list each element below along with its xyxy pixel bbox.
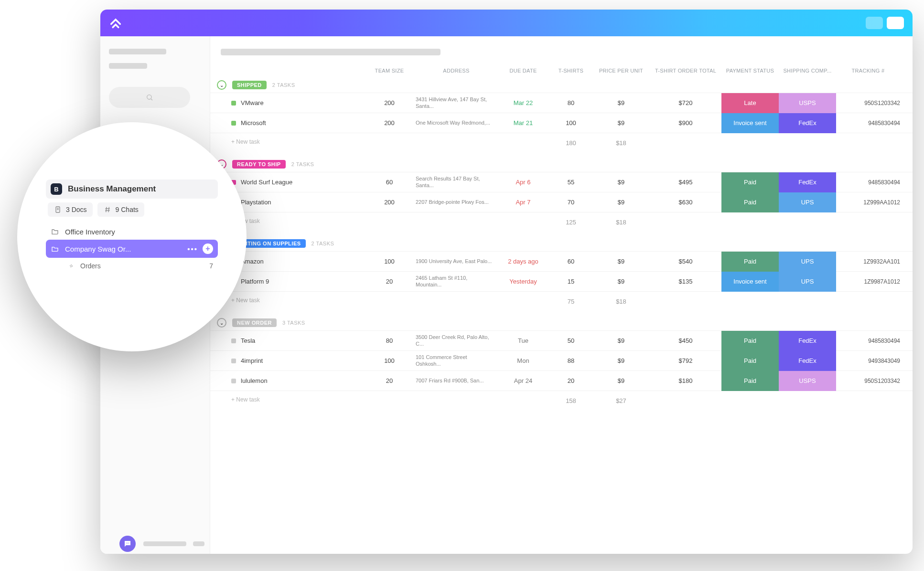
payment-status-tag[interactable]: Paid	[721, 172, 779, 192]
sidebar-item-label: Office Inventory	[65, 228, 115, 236]
footer-ppu: $27	[592, 397, 650, 404]
cell-tshirts: 50	[549, 337, 592, 344]
svg-point-3	[127, 543, 128, 544]
docs-chip[interactable]: 3 Docs	[48, 202, 93, 217]
task-row[interactable]: 4imprint 100 101 Commerce Street Oshkosh…	[210, 350, 913, 370]
task-row[interactable]: Tesla 80 3500 Deer Creek Rd, Palo Alto, …	[210, 330, 913, 350]
collapse-toggle-icon[interactable]: ⌄	[217, 80, 226, 90]
cell-team-size: 20	[363, 377, 416, 384]
add-button[interactable]: +	[203, 243, 213, 254]
col-payment-status: PAYMENT STATUS	[721, 68, 779, 74]
cell-tshirts: 20	[549, 377, 592, 384]
task-name: VMware	[241, 99, 264, 106]
task-row[interactable]: VMware 200 3431 Hillview Ave, 147 Bay St…	[210, 93, 913, 113]
payment-status-tag[interactable]: Invoice sent	[721, 113, 779, 133]
titlebar-pill-1[interactable]	[866, 17, 883, 29]
cell-address: 3431 Hillview Ave, 147 Bay St, Santa...	[416, 96, 497, 109]
collapse-toggle-icon[interactable]: ⌄	[217, 318, 226, 328]
space-badge: B	[51, 183, 62, 195]
cell-tracking: 1Z9932AA101	[836, 258, 908, 265]
sidebar-placeholder	[109, 49, 166, 54]
sidebar-search[interactable]	[109, 87, 190, 108]
shipping-company-tag[interactable]: FedEx	[779, 113, 836, 133]
cell-tracking: 950S1203342	[836, 378, 908, 384]
cell-tracking: 1Z9987A1012	[836, 278, 908, 285]
status-square-icon	[231, 359, 236, 363]
group-header[interactable]: ⌄ WAITING ON SUPPLIES 2 TASKS	[210, 236, 913, 251]
task-row[interactable]: World Surf League 60 Search Results 147 …	[210, 172, 913, 192]
group-header[interactable]: ⌄ NEW ORDER 3 TASKS	[210, 315, 913, 330]
task-row[interactable]: Platform 9 20 2465 Latham St #110, Mount…	[210, 271, 913, 291]
cell-price-per-unit: $9	[592, 99, 650, 106]
shipping-company-tag[interactable]: USPS	[779, 93, 836, 113]
task-name: lululemon	[241, 377, 268, 384]
shipping-company-tag[interactable]: UPS	[779, 192, 836, 212]
task-name: Tesla	[241, 337, 255, 344]
group-header[interactable]: ⌄ READY TO SHIP 2 TASKS	[210, 157, 913, 172]
task-group: ⌄ NEW ORDER 3 TASKS Tesla 80 3500 Deer C…	[210, 315, 913, 411]
sidebar-item-office-inventory[interactable]: Office Inventory	[46, 223, 218, 240]
payment-status-tag[interactable]: Paid	[721, 192, 779, 212]
cell-team-size: 200	[363, 199, 416, 206]
docs-label: 3 Docs	[66, 206, 87, 213]
payment-status-tag[interactable]: Invoice sent	[721, 272, 779, 292]
cell-team-size: 60	[363, 179, 416, 186]
payment-status-tag[interactable]: Paid	[721, 371, 779, 391]
footer-placeholder	[143, 541, 186, 546]
shipping-company-tag[interactable]: UPS	[779, 252, 836, 272]
cell-tshirts: 100	[549, 119, 592, 127]
payment-status-tag[interactable]: Late	[721, 93, 779, 113]
chats-label: 9 Chats	[116, 206, 139, 213]
svg-line-1	[151, 99, 152, 100]
task-row[interactable]: Playstation 200 2207 Bridge-pointe Pkwy …	[210, 192, 913, 212]
task-count: 3 TASKS	[282, 320, 305, 326]
shipping-company-tag[interactable]: FedEx	[779, 172, 836, 192]
titlebar-pill-2[interactable]	[887, 17, 904, 29]
task-group: ⌄ SHIPPED 2 TASKS VMware 200 3431 Hillvi…	[210, 77, 913, 153]
task-row[interactable]: Amazon 100 1900 University Ave, East Pal…	[210, 251, 913, 271]
cell-tshirts: 70	[549, 199, 592, 206]
chats-chip[interactable]: 9 Chats	[97, 202, 144, 217]
group-header[interactable]: ⌄ SHIPPED 2 TASKS	[210, 77, 913, 93]
cell-address: 2465 Latham St #110, Mountain...	[416, 275, 497, 287]
cell-price-per-unit: $9	[592, 377, 650, 384]
shipping-company-tag[interactable]: FedEx	[779, 351, 836, 371]
task-name: Platform 9	[241, 278, 269, 285]
payment-status-tag[interactable]: Paid	[721, 351, 779, 371]
svg-point-0	[147, 95, 151, 99]
cell-due-date: 2 days ago	[497, 258, 549, 265]
footer-tshirts: 180	[549, 139, 592, 147]
cell-team-size: 100	[363, 357, 416, 364]
group-footer: 125 $18	[210, 212, 913, 232]
sidebar-item-company-swag[interactable]: Company Swag Or... ••• +	[46, 240, 218, 258]
footer-tshirts: 75	[549, 298, 592, 305]
space-header[interactable]: B Business Management	[46, 180, 218, 199]
footer-ppu: $18	[592, 219, 650, 226]
cell-due-date: Mar 21	[497, 119, 549, 127]
chat-bubble-icon[interactable]	[119, 536, 136, 552]
col-shipping-company: SHIPPING COMP...	[779, 68, 836, 74]
group-footer: 180 $18	[210, 133, 913, 153]
more-icon[interactable]: •••	[187, 245, 198, 253]
sidebar-placeholder	[109, 63, 147, 69]
sidebar-subitem-orders[interactable]: Orders 7	[46, 258, 218, 274]
task-row[interactable]: Microsoft 200 One Microsoft Way Redmond,…	[210, 113, 913, 133]
footer-tshirts: 125	[549, 219, 592, 226]
task-row[interactable]: lululemon 20 7007 Friars Rd #900B, San..…	[210, 370, 913, 391]
cell-order-total: $135	[650, 278, 721, 285]
shipping-company-tag[interactable]: FedEx	[779, 331, 836, 351]
cell-team-size: 100	[363, 258, 416, 265]
svg-point-2	[126, 543, 127, 544]
shipping-company-tag[interactable]: UPS	[779, 272, 836, 292]
shipping-company-tag[interactable]: USPS	[779, 371, 836, 391]
payment-status-tag[interactable]: Paid	[721, 252, 779, 272]
cell-address: 1900 University Ave, East Palo...	[416, 258, 497, 264]
cell-price-per-unit: $9	[592, 357, 650, 364]
cell-price-per-unit: $9	[592, 119, 650, 127]
payment-status-tag[interactable]: Paid	[721, 331, 779, 351]
cell-order-total: $630	[650, 199, 721, 206]
col-team-size: TEAM SIZE	[363, 68, 416, 74]
task-count: 2 TASKS	[291, 161, 314, 167]
svg-line-11	[108, 207, 109, 212]
cell-due-date: Tue	[497, 337, 549, 344]
